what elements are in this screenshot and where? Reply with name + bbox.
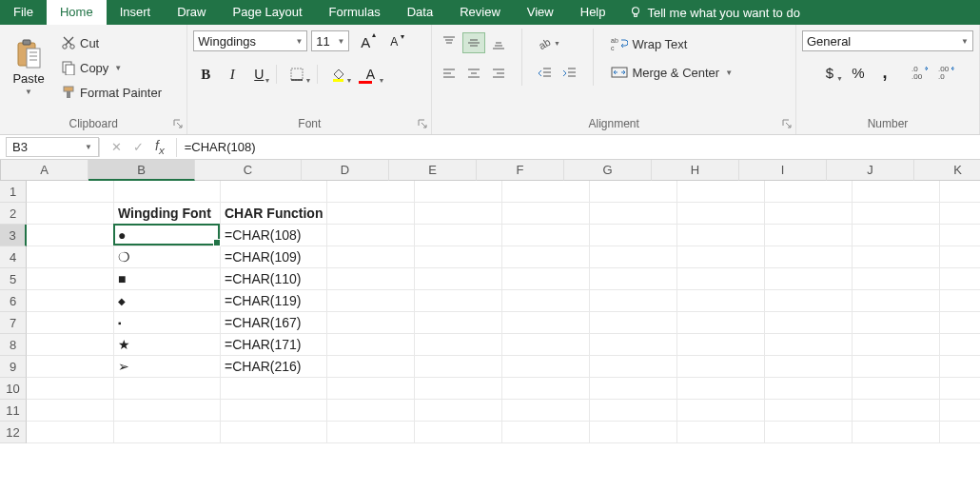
cell[interactable] (502, 290, 590, 312)
copy-button[interactable]: Copy ▼ (55, 57, 167, 78)
increase-indent-button[interactable] (559, 63, 581, 84)
cell[interactable] (940, 203, 980, 225)
cell[interactable] (327, 356, 415, 378)
cell[interactable] (27, 225, 114, 246)
cell[interactable] (940, 312, 980, 334)
format-painter-button[interactable]: Format Painter (55, 82, 167, 103)
enter-icon[interactable]: ✓ (133, 140, 144, 154)
cell[interactable] (502, 334, 590, 356)
cell[interactable] (502, 312, 590, 334)
cell[interactable] (677, 422, 765, 443)
cell[interactable] (590, 356, 677, 378)
percent-button[interactable]: % (846, 61, 871, 84)
tab-insert[interactable]: Insert (107, 0, 165, 25)
cell[interactable] (765, 400, 853, 422)
row-header[interactable]: 10 (0, 378, 27, 400)
row-header[interactable]: 11 (0, 400, 27, 422)
bold-button[interactable]: B (193, 63, 218, 86)
cell[interactable]: ➢ (114, 356, 221, 378)
column-header[interactable]: C (195, 160, 302, 181)
cell[interactable] (27, 203, 114, 225)
cell[interactable] (765, 181, 853, 203)
cell[interactable] (853, 203, 940, 225)
cell[interactable] (415, 312, 502, 334)
cell[interactable] (940, 225, 980, 246)
cell[interactable] (853, 378, 940, 400)
cell[interactable] (590, 268, 677, 290)
cell[interactable] (590, 400, 677, 422)
cell[interactable] (590, 181, 677, 203)
cell[interactable] (415, 400, 502, 422)
cell[interactable]: ● (114, 225, 221, 246)
cell[interactable] (765, 378, 853, 400)
cell[interactable] (677, 312, 765, 334)
cell[interactable] (502, 400, 590, 422)
cell[interactable] (27, 312, 114, 334)
font-name-combo[interactable]: Wingdings▼ (193, 30, 307, 51)
column-header[interactable]: G (564, 160, 652, 181)
cell[interactable] (590, 225, 677, 246)
row-header[interactable]: 5 (0, 268, 27, 290)
dialog-launcher-icon[interactable] (418, 119, 427, 128)
cell[interactable]: =CHAR(109) (221, 246, 327, 268)
cell[interactable] (415, 356, 502, 378)
cell[interactable] (327, 378, 415, 400)
cell[interactable] (765, 312, 853, 334)
cell[interactable] (27, 356, 114, 378)
cell[interactable] (940, 422, 980, 443)
cell[interactable] (327, 225, 415, 246)
cell[interactable] (677, 334, 765, 356)
cell[interactable]: ◆ (114, 290, 221, 312)
cell[interactable]: =CHAR(216) (221, 356, 327, 378)
tell-me[interactable]: Tell me what you want to do (619, 6, 810, 20)
cell[interactable] (677, 203, 765, 225)
row-header[interactable]: 6 (0, 290, 27, 312)
cell[interactable] (590, 334, 677, 356)
cell[interactable] (415, 268, 502, 290)
cell[interactable] (114, 378, 221, 400)
cell[interactable] (853, 225, 940, 246)
cell[interactable]: =CHAR(110) (221, 268, 327, 290)
formula-input[interactable]: =CHAR(108) (177, 140, 980, 154)
cell[interactable] (327, 334, 415, 356)
cell[interactable] (940, 400, 980, 422)
align-left-button[interactable] (438, 63, 461, 84)
cell[interactable] (415, 290, 502, 312)
wrap-text-button[interactable]: abc Wrap Text (605, 33, 738, 54)
cell[interactable] (765, 422, 853, 443)
cell[interactable] (853, 334, 940, 356)
cell[interactable]: ★ (114, 334, 221, 356)
accounting-format-button[interactable]: $▼ (815, 61, 844, 84)
cell[interactable] (415, 225, 502, 246)
column-header[interactable]: I (739, 160, 827, 181)
cell[interactable] (590, 312, 677, 334)
cell[interactable] (27, 268, 114, 290)
name-box[interactable]: B3▼ (6, 137, 99, 157)
cell[interactable]: =CHAR(171) (221, 334, 327, 356)
cell[interactable]: =CHAR(167) (221, 312, 327, 334)
column-header[interactable]: B (88, 160, 195, 181)
align-middle-button[interactable] (462, 32, 485, 53)
cell[interactable]: ■ (114, 268, 221, 290)
column-header[interactable]: D (302, 160, 389, 181)
font-size-combo[interactable]: 11▼ (311, 30, 349, 51)
select-all-corner[interactable] (0, 160, 1, 181)
cell[interactable] (677, 246, 765, 268)
cell[interactable]: ❍ (114, 246, 221, 268)
cell[interactable] (853, 181, 940, 203)
cell[interactable] (221, 422, 327, 443)
cell[interactable] (327, 268, 415, 290)
cell[interactable] (677, 268, 765, 290)
cell[interactable] (502, 246, 590, 268)
cell[interactable] (221, 378, 327, 400)
cell[interactable] (940, 246, 980, 268)
fill-color-button[interactable]: ▼ (323, 63, 353, 86)
cell[interactable] (940, 290, 980, 312)
cell[interactable] (114, 400, 221, 422)
tab-file[interactable]: File (0, 0, 47, 25)
align-bottom-button[interactable] (487, 32, 510, 53)
dialog-launcher-icon[interactable] (173, 119, 183, 128)
cell[interactable] (327, 181, 415, 203)
cell[interactable] (940, 378, 980, 400)
cell[interactable] (327, 400, 415, 422)
